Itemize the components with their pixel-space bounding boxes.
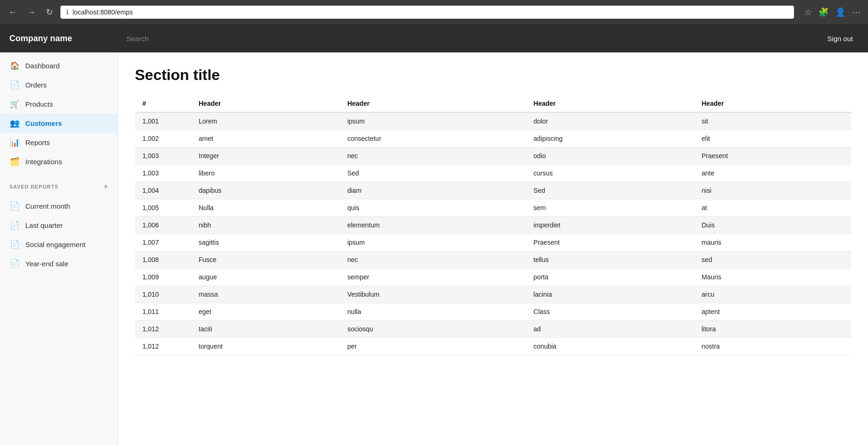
table-row[interactable]: 1,002ametconsecteturadipiscingelit	[135, 130, 851, 147]
app-title: Company name	[9, 34, 126, 44]
saved-report-label: Current month	[25, 202, 70, 210]
back-button[interactable]: ←	[6, 6, 20, 19]
saved-report-year-end-sale[interactable]: 📄 Year-end sale	[0, 254, 118, 273]
table-column-header: Header	[526, 95, 694, 112]
info-icon: ℹ	[66, 8, 69, 16]
table-cell: odio	[526, 147, 694, 165]
table-cell: Duis	[694, 217, 851, 234]
table-cell: elit	[694, 130, 851, 147]
table-cell: tellus	[526, 251, 694, 269]
table-cell: Nulla	[191, 199, 340, 217]
table-row[interactable]: 1,003liberoSedcursusante	[135, 165, 851, 182]
table-row[interactable]: 1,008Fuscenectellussed	[135, 251, 851, 269]
table-row[interactable]: 1,009auguesemperportaMauris	[135, 269, 851, 286]
address-bar[interactable]: ℹ localhost:8080/emps	[60, 6, 794, 19]
table-cell: Mauris	[694, 269, 851, 286]
customers-icon: 👥	[9, 118, 20, 128]
profile-icon[interactable]: 👤	[833, 6, 847, 18]
table-cell: 1,007	[135, 234, 191, 251]
search-input[interactable]	[126, 35, 822, 43]
sidebar-item-reports[interactable]: 📊 Reports	[0, 133, 118, 152]
report-icon: 📄	[9, 259, 20, 269]
table-cell: 1,012	[135, 321, 191, 338]
sidebar-item-label: Products	[25, 100, 53, 108]
table-cell: massa	[191, 286, 340, 303]
table-cell: dolor	[526, 112, 694, 130]
add-saved-report-button[interactable]: +	[103, 182, 108, 191]
sidebar-item-dashboard[interactable]: 🏠 Dashboard	[0, 56, 118, 75]
table-cell: conubia	[526, 338, 694, 355]
menu-icon[interactable]: ⋯	[850, 6, 862, 18]
products-icon: 🛒	[9, 99, 20, 109]
sidebar-item-label: Dashboard	[25, 62, 59, 70]
table-row[interactable]: 1,012tacitisociosquadlitora	[135, 321, 851, 338]
table-cell: 1,006	[135, 217, 191, 234]
table-cell: sit	[694, 112, 851, 130]
table-cell: Lorem	[191, 112, 340, 130]
table-cell: Sed	[340, 165, 526, 182]
table-row[interactable]: 1,001Loremipsumdolorsit	[135, 112, 851, 130]
saved-report-social-engagement[interactable]: 📄 Social engagement	[0, 235, 118, 254]
table-cell: ipsum	[340, 234, 526, 251]
app-header: Company name Sign out	[0, 24, 868, 52]
table-cell: per	[340, 338, 526, 355]
table-cell: at	[694, 199, 851, 217]
table-cell: imperdiet	[526, 217, 694, 234]
table-column-header: Header	[191, 95, 340, 112]
browser-bar: ← → ↻ ℹ localhost:8080/emps ☆ 🧩 👤 ⋯	[0, 0, 868, 24]
table-cell: mauris	[694, 234, 851, 251]
star-icon[interactable]: ☆	[802, 6, 814, 18]
refresh-button[interactable]: ↻	[43, 5, 56, 19]
saved-reports-section: Saved Reports +	[0, 175, 118, 193]
sidebar-item-customers[interactable]: 👥 Customers	[0, 114, 118, 133]
table-cell: Vestibulum	[340, 286, 526, 303]
table-cell: 1,009	[135, 269, 191, 286]
sign-out-button[interactable]: Sign out	[822, 32, 859, 45]
table-cell: 1,001	[135, 112, 191, 130]
report-icon: 📄	[9, 220, 20, 230]
integrations-icon: 🗂️	[9, 157, 20, 167]
table-row[interactable]: 1,007sagittisipsumPraesentmauris	[135, 234, 851, 251]
table-row[interactable]: 1,005Nullaquissemat	[135, 199, 851, 217]
table-cell: nisi	[694, 182, 851, 199]
table-cell: 1,011	[135, 303, 191, 321]
sidebar-item-label: Customers	[25, 119, 62, 127]
sidebar-item-products[interactable]: 🛒 Products	[0, 95, 118, 114]
table-row[interactable]: 1,011egetnullaClassaptent	[135, 303, 851, 321]
table-cell: adipiscing	[526, 130, 694, 147]
table-header-row: #HeaderHeaderHeaderHeader	[135, 95, 851, 112]
table-cell: sem	[526, 199, 694, 217]
table-column-header: Header	[340, 95, 526, 112]
table-cell: cursus	[526, 165, 694, 182]
saved-report-last-quarter[interactable]: 📄 Last quarter	[0, 216, 118, 235]
table-row[interactable]: 1,012torquentperconubianostra	[135, 338, 851, 355]
sidebar-item-integrations[interactable]: 🗂️ Integrations	[0, 152, 118, 171]
report-icon: 📄	[9, 201, 20, 211]
forward-button[interactable]: →	[24, 6, 38, 19]
table-cell: Sed	[526, 182, 694, 199]
table-cell: 1,003	[135, 147, 191, 165]
table-cell: ad	[526, 321, 694, 338]
table-cell: nulla	[340, 303, 526, 321]
saved-report-current-month[interactable]: 📄 Current month	[0, 197, 118, 216]
reports-icon: 📊	[9, 138, 20, 147]
table-cell: ipsum	[340, 112, 526, 130]
table-cell: Fusce	[191, 251, 340, 269]
table-cell: Integer	[191, 147, 340, 165]
table-cell: arcu	[694, 286, 851, 303]
extensions-icon[interactable]: 🧩	[816, 6, 831, 18]
table-cell: 1,008	[135, 251, 191, 269]
table-cell: sociosqu	[340, 321, 526, 338]
sidebar-item-orders[interactable]: 📄 Orders	[0, 75, 118, 95]
table-row[interactable]: 1,006nibhelementumimperdietDuis	[135, 217, 851, 234]
data-table: #HeaderHeaderHeaderHeader 1,001Loremipsu…	[135, 95, 851, 355]
table-column-header: #	[135, 95, 191, 112]
table-header: #HeaderHeaderHeaderHeader	[135, 95, 851, 112]
table-row[interactable]: 1,003IntegernecodioPraesent	[135, 147, 851, 165]
sidebar-item-label: Orders	[25, 81, 47, 89]
table-cell: taciti	[191, 321, 340, 338]
table-cell: semper	[340, 269, 526, 286]
table-row[interactable]: 1,010massaVestibulumlaciniaarcu	[135, 286, 851, 303]
table-cell: libero	[191, 165, 340, 182]
table-row[interactable]: 1,004dapibusdiamSednisi	[135, 182, 851, 199]
